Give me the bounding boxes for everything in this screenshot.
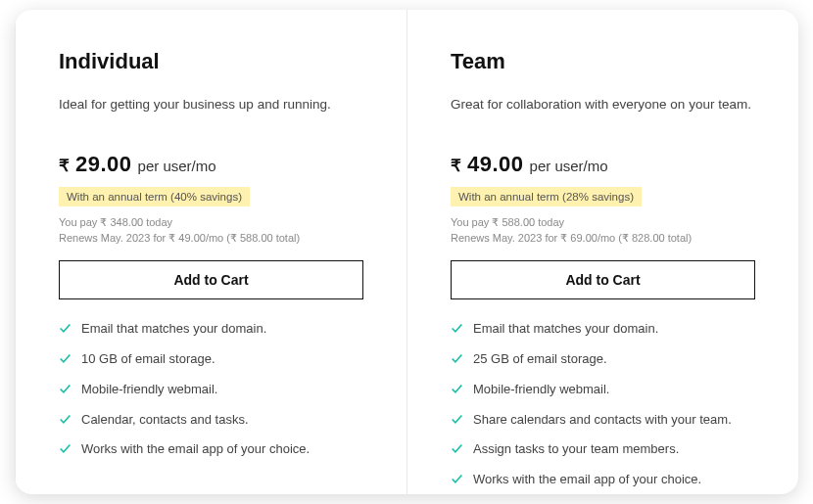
- price-amount: 49.00: [467, 152, 524, 177]
- feature-list: Email that matches your domain. 10 GB of…: [59, 321, 363, 458]
- plan-description: Great for collaboration with everyone on…: [451, 96, 755, 115]
- pay-today: You pay ₹ 348.00 today: [59, 214, 363, 231]
- feature-text: 25 GB of email storage.: [473, 351, 607, 368]
- add-to-cart-button[interactable]: Add to Cart: [451, 260, 755, 299]
- check-icon: [59, 322, 72, 335]
- currency-symbol: ₹: [451, 156, 461, 176]
- feature-text: 10 GB of email storage.: [81, 351, 215, 368]
- check-icon: [59, 413, 72, 426]
- plan-individual: Individual Ideal for getting your busine…: [15, 10, 407, 494]
- feature-item: Works with the email app of your choice.: [59, 441, 363, 458]
- feature-text: Works with the email app of your choice.: [473, 472, 701, 488]
- check-icon: [451, 352, 463, 365]
- feature-item: Email that matches your domain.: [451, 321, 755, 338]
- feature-item: 10 GB of email storage.: [59, 351, 363, 368]
- check-icon: [451, 442, 463, 455]
- feature-text: Calendar, contacts and tasks.: [81, 412, 249, 429]
- price-per: per user/mo: [530, 158, 608, 174]
- savings-badge: With an annual term (40% savings): [59, 187, 250, 206]
- plan-title: Team: [451, 49, 755, 74]
- feature-text: Email that matches your domain.: [473, 321, 658, 338]
- feature-text: Assign tasks to your team members.: [473, 441, 679, 458]
- price-per: per user/mo: [138, 158, 216, 174]
- plan-title: Individual: [59, 49, 363, 74]
- feature-item: Share calendars and contacts with your t…: [451, 412, 755, 429]
- renews-text: Renews May. 2023 for ₹ 49.00/mo (₹ 588.0…: [59, 230, 363, 247]
- feature-item: Mobile-friendly webmail.: [451, 382, 755, 398]
- feature-item: 25 GB of email storage.: [451, 351, 755, 368]
- feature-item: Email that matches your domain.: [59, 321, 363, 338]
- feature-item: Mobile-friendly webmail.: [59, 382, 363, 398]
- plan-team: Team Great for collaboration with everyo…: [407, 10, 798, 494]
- check-icon: [451, 473, 463, 485]
- renews-text: Renews May. 2023 for ₹ 69.00/mo (₹ 828.0…: [451, 230, 755, 247]
- check-icon: [59, 352, 72, 365]
- check-icon: [59, 442, 72, 455]
- check-icon: [59, 383, 72, 395]
- price-line: ₹ 49.00 per user/mo: [451, 152, 755, 177]
- fineprint: You pay ₹ 588.00 today Renews May. 2023 …: [451, 214, 755, 247]
- feature-text: Works with the email app of your choice.: [81, 441, 310, 458]
- check-icon: [451, 413, 463, 426]
- price-amount: 29.00: [75, 152, 132, 177]
- feature-text: Mobile-friendly webmail.: [473, 382, 609, 398]
- feature-item: Assign tasks to your team members.: [451, 441, 755, 458]
- feature-list: Email that matches your domain. 25 GB of…: [451, 321, 755, 488]
- check-icon: [451, 322, 463, 335]
- fineprint: You pay ₹ 348.00 today Renews May. 2023 …: [59, 214, 363, 247]
- plan-description: Ideal for getting your business up and r…: [59, 96, 363, 115]
- savings-badge: With an annual term (28% savings): [451, 187, 642, 206]
- feature-item: Works with the email app of your choice.: [451, 472, 755, 488]
- pay-today: You pay ₹ 588.00 today: [451, 214, 755, 231]
- feature-text: Mobile-friendly webmail.: [81, 382, 217, 398]
- check-icon: [451, 383, 463, 395]
- add-to-cart-button[interactable]: Add to Cart: [59, 260, 363, 299]
- pricing-card: Individual Ideal for getting your busine…: [15, 10, 798, 494]
- feature-text: Email that matches your domain.: [81, 321, 266, 338]
- price-line: ₹ 29.00 per user/mo: [59, 152, 363, 177]
- feature-item: Calendar, contacts and tasks.: [59, 412, 363, 429]
- currency-symbol: ₹: [59, 156, 70, 176]
- feature-text: Share calendars and contacts with your t…: [473, 412, 732, 429]
